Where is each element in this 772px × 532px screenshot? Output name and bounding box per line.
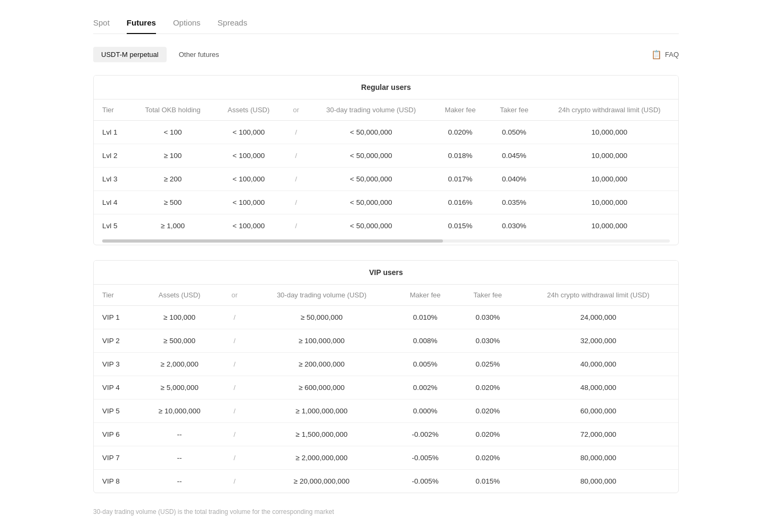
regular-limit-5: 10,000,000 <box>540 214 678 238</box>
regular-row-2: Lvl 2 ≥ 100 < 100,000 / < 50,000,000 0.0… <box>94 144 678 168</box>
regular-okb-2: ≥ 100 <box>131 144 215 168</box>
regular-users-section: Regular users Tier Total OKB holding Ass… <box>93 75 679 245</box>
vip-row-7: VIP 7 -- / ≥ 2,000,000,000 -0.005% 0.020… <box>94 446 678 470</box>
vip-volume-7: ≥ 2,000,000,000 <box>250 446 393 470</box>
vip-or-4: / <box>219 376 250 400</box>
vip-row-6: VIP 6 -- / ≥ 1,500,000,000 -0.002% 0.020… <box>94 423 678 446</box>
tab-spot[interactable]: Spot <box>93 11 110 34</box>
vip-taker-2: 0.030% <box>457 329 519 353</box>
vip-col-tier: Tier <box>94 285 140 306</box>
vip-tier-8: VIP 8 <box>94 470 140 493</box>
regular-okb-5: ≥ 1,000 <box>131 214 215 238</box>
vip-col-maker: Maker fee <box>393 285 457 306</box>
col-maker: Maker fee <box>433 99 488 121</box>
faq-button[interactable]: 📋 FAQ <box>651 49 679 60</box>
vip-maker-4: 0.002% <box>393 376 457 400</box>
regular-or-1: / <box>283 121 309 144</box>
regular-tier-1: Lvl 1 <box>94 121 131 144</box>
sub-tab-usdt-m[interactable]: USDT-M perpetual <box>93 47 167 62</box>
regular-volume-3: < 50,000,000 <box>309 168 432 191</box>
regular-okb-4: ≥ 500 <box>131 191 215 214</box>
vip-or-2: / <box>219 329 250 353</box>
vip-assets-6: -- <box>140 423 219 446</box>
vip-limit-7: 80,000,000 <box>518 446 678 470</box>
vip-row-4: VIP 4 ≥ 5,000,000 / ≥ 600,000,000 0.002%… <box>94 376 678 400</box>
vip-tier-6: VIP 6 <box>94 423 140 446</box>
regular-okb-1: < 100 <box>131 121 215 144</box>
vip-col-assets: Assets (USD) <box>140 285 219 306</box>
vip-users-table: Tier Assets (USD) or 30-day trading volu… <box>94 285 678 493</box>
vip-volume-2: ≥ 100,000,000 <box>250 329 393 353</box>
regular-maker-5: 0.015% <box>433 214 488 238</box>
regular-limit-4: 10,000,000 <box>540 191 678 214</box>
regular-assets-1: < 100,000 <box>215 121 283 144</box>
scrollbar-track[interactable] <box>102 239 670 243</box>
tab-spreads[interactable]: Spreads <box>218 11 248 34</box>
regular-limit-3: 10,000,000 <box>540 168 678 191</box>
vip-limit-6: 72,000,000 <box>518 423 678 446</box>
vip-or-3: / <box>219 353 250 376</box>
vip-or-5: / <box>219 400 250 423</box>
vip-limit-3: 40,000,000 <box>518 353 678 376</box>
vip-maker-6: -0.002% <box>393 423 457 446</box>
vip-users-body: VIP 1 ≥ 100,000 / ≥ 50,000,000 0.010% 0.… <box>94 306 678 493</box>
tab-options[interactable]: Options <box>173 11 201 34</box>
regular-row-5: Lvl 5 ≥ 1,000 < 100,000 / < 50,000,000 0… <box>94 214 678 238</box>
vip-volume-8: ≥ 20,000,000,000 <box>250 470 393 493</box>
col-limit: 24h crypto withdrawal limit (USD) <box>540 99 678 121</box>
regular-taker-1: 0.050% <box>488 121 540 144</box>
scrollbar-thumb <box>102 239 443 243</box>
vip-row-5: VIP 5 ≥ 10,000,000 / ≥ 1,000,000,000 0.0… <box>94 400 678 423</box>
vip-maker-5: 0.000% <box>393 400 457 423</box>
vip-row-1: VIP 1 ≥ 100,000 / ≥ 50,000,000 0.010% 0.… <box>94 306 678 329</box>
vip-volume-6: ≥ 1,500,000,000 <box>250 423 393 446</box>
regular-taker-4: 0.035% <box>488 191 540 214</box>
vip-maker-2: 0.008% <box>393 329 457 353</box>
vip-users-section: VIP users Tier Assets (USD) or 30-day tr… <box>93 260 679 493</box>
vip-taker-3: 0.025% <box>457 353 519 376</box>
vip-col-volume: 30-day trading volume (USD) <box>250 285 393 306</box>
vip-tier-1: VIP 1 <box>94 306 140 329</box>
vip-limit-8: 80,000,000 <box>518 470 678 493</box>
vip-taker-4: 0.020% <box>457 376 519 400</box>
vip-or-6: / <box>219 423 250 446</box>
vip-assets-2: ≥ 500,000 <box>140 329 219 353</box>
regular-volume-2: < 50,000,000 <box>309 144 432 168</box>
vip-volume-5: ≥ 1,000,000,000 <box>250 400 393 423</box>
col-or: or <box>283 99 309 121</box>
vip-maker-8: -0.005% <box>393 470 457 493</box>
vip-or-8: / <box>219 470 250 493</box>
vip-row-3: VIP 3 ≥ 2,000,000 / ≥ 200,000,000 0.005%… <box>94 353 678 376</box>
sub-tab-other-futures[interactable]: Other futures <box>171 47 227 62</box>
regular-users-scroll[interactable]: Tier Total OKB holding Assets (USD) or 3… <box>94 99 678 237</box>
regular-taker-3: 0.040% <box>488 168 540 191</box>
vip-row-2: VIP 2 ≥ 500,000 / ≥ 100,000,000 0.008% 0… <box>94 329 678 353</box>
regular-users-header: Tier Total OKB holding Assets (USD) or 3… <box>94 99 678 121</box>
regular-row-4: Lvl 4 ≥ 500 < 100,000 / < 50,000,000 0.0… <box>94 191 678 214</box>
vip-assets-5: ≥ 10,000,000 <box>140 400 219 423</box>
vip-tier-4: VIP 4 <box>94 376 140 400</box>
col-okb: Total OKB holding <box>131 99 215 121</box>
col-tier: Tier <box>94 99 131 121</box>
regular-maker-3: 0.017% <box>433 168 488 191</box>
vip-or-1: / <box>219 306 250 329</box>
vip-users-scroll[interactable]: Tier Assets (USD) or 30-day trading volu… <box>94 285 678 493</box>
tab-futures[interactable]: Futures <box>127 11 156 34</box>
regular-tier-3: Lvl 3 <box>94 168 131 191</box>
vip-maker-3: 0.005% <box>393 353 457 376</box>
vip-limit-4: 48,000,000 <box>518 376 678 400</box>
vip-volume-3: ≥ 200,000,000 <box>250 353 393 376</box>
regular-taker-5: 0.030% <box>488 214 540 238</box>
vip-or-7: / <box>219 446 250 470</box>
vip-taker-7: 0.020% <box>457 446 519 470</box>
vip-assets-7: -- <box>140 446 219 470</box>
page-container: Spot Futures Options Spreads USDT-M perp… <box>77 0 695 532</box>
vip-assets-8: -- <box>140 470 219 493</box>
regular-users-table: Tier Total OKB holding Assets (USD) or 3… <box>94 99 678 237</box>
vip-tier-5: VIP 5 <box>94 400 140 423</box>
vip-tier-3: VIP 3 <box>94 353 140 376</box>
regular-maker-4: 0.016% <box>433 191 488 214</box>
col-taker: Taker fee <box>488 99 540 121</box>
regular-or-5: / <box>283 214 309 238</box>
col-volume: 30-day trading volume (USD) <box>309 99 432 121</box>
